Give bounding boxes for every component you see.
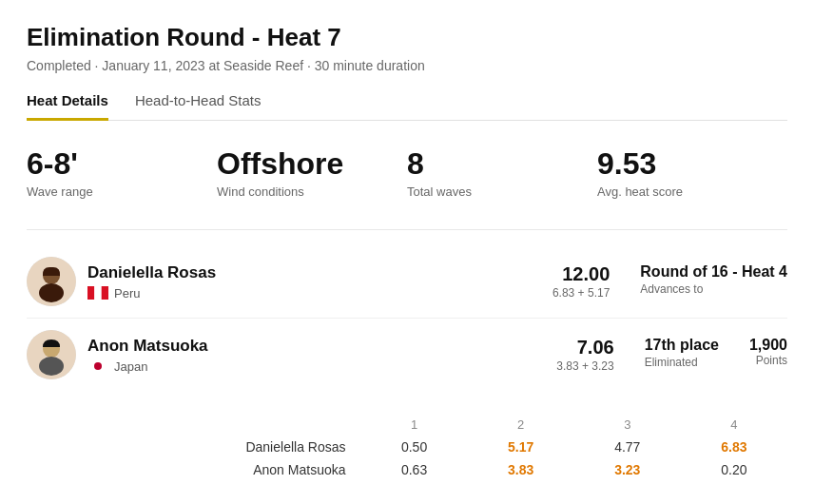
competitor-country-1: Japan bbox=[87, 359, 556, 374]
points-value-1: 1,900 bbox=[749, 337, 787, 354]
points-label-1: Points bbox=[749, 354, 787, 367]
result-block-0: Round of 16 - Heat 4 Advances to bbox=[640, 263, 787, 296]
stat-avg-label: Avg. heat score bbox=[597, 184, 787, 199]
wave-row-1-score-0: 0.63 bbox=[361, 458, 468, 481]
svg-rect-3 bbox=[87, 286, 94, 300]
result-sub-1: Eliminated bbox=[645, 356, 719, 369]
score-sub-1: 3.83 + 3.23 bbox=[556, 359, 613, 373]
result-label-0: Round of 16 - Heat 4 bbox=[640, 263, 787, 281]
stat-total-waves: 8 Total waves bbox=[407, 147, 597, 199]
stat-avg-value: 9.53 bbox=[597, 147, 787, 181]
avatar-0 bbox=[27, 257, 76, 306]
wave-row-0-score-2: 4.77 bbox=[574, 436, 681, 458]
wave-row-0: Danielella Rosas 0.50 5.17 4.77 6.83 bbox=[84, 436, 787, 458]
stat-wind-value: Offshore bbox=[217, 147, 407, 181]
svg-point-10 bbox=[94, 362, 102, 370]
wave-row-0-name: Danielella Rosas bbox=[84, 436, 361, 458]
stat-avg-heat-score: 9.53 Avg. heat score bbox=[597, 147, 787, 199]
section-divider bbox=[27, 229, 787, 230]
svg-point-8 bbox=[39, 357, 64, 376]
wave-row-1: Anon Matsuoka 0.63 3.83 3.23 0.20 bbox=[84, 458, 787, 481]
page-title: Elimination Round - Heat 7 bbox=[27, 23, 787, 52]
wave-row-0-score-3: 6.83 bbox=[681, 436, 787, 458]
tab-head-to-head[interactable]: Head-to-Head Stats bbox=[135, 92, 262, 121]
competitor-country-0: Peru bbox=[87, 286, 552, 300]
stat-wind-label: Wind conditions bbox=[217, 184, 407, 199]
wave-table-header: 1 2 3 4 bbox=[84, 414, 787, 436]
competitor-name-1: Anon Matsuoka bbox=[87, 337, 556, 356]
col-header-2: 2 bbox=[468, 414, 574, 436]
wave-row-0-score-1: 5.17 bbox=[468, 436, 574, 458]
wave-row-1-score-3: 0.20 bbox=[681, 458, 787, 481]
avatar-1 bbox=[27, 330, 76, 379]
score-block-0: 12.00 6.83 + 5.17 bbox=[552, 263, 610, 300]
flag-japan bbox=[87, 359, 108, 373]
competitor-row-1: Anon Matsuoka Japan 7.06 3.83 + 3.23 17t… bbox=[27, 319, 787, 391]
competitor-scores-right-1: 7.06 3.83 + 3.23 17th place Eliminated 1… bbox=[556, 337, 787, 373]
svg-rect-4 bbox=[94, 286, 101, 300]
flag-peru bbox=[87, 286, 108, 300]
score-block-1: 7.06 3.83 + 3.23 bbox=[556, 337, 613, 373]
col-header-1: 1 bbox=[361, 414, 468, 436]
svg-point-2 bbox=[39, 283, 64, 302]
tab-bar: Heat Details Head-to-Head Stats bbox=[27, 92, 787, 121]
stat-wave-range: 6-8' Wave range bbox=[27, 147, 217, 199]
competitor-info-0: Danielella Rosas Peru bbox=[87, 263, 552, 300]
stat-waves-label: Total waves bbox=[407, 184, 597, 199]
competitor-name-0: Danielella Rosas bbox=[87, 263, 552, 282]
score-sub-0: 6.83 + 5.17 bbox=[552, 286, 610, 300]
stats-row: 6-8' Wave range Offshore Wind conditions… bbox=[27, 147, 787, 199]
wave-row-1-name: Anon Matsuoka bbox=[84, 458, 361, 481]
competitor-row-0: Danielella Rosas Peru 12.00 6.83 + 5.17 … bbox=[27, 245, 787, 319]
score-main-0: 12.00 bbox=[552, 263, 610, 284]
result-sub-0: Advances to bbox=[640, 282, 787, 296]
page-subtitle: Completed · January 11, 2023 at Seaside … bbox=[27, 58, 787, 73]
result-label-1: 17th place bbox=[645, 337, 719, 354]
wave-row-1-score-2: 3.23 bbox=[574, 458, 681, 481]
competitor-info-1: Anon Matsuoka Japan bbox=[87, 337, 556, 374]
wave-scores-table: 1 2 3 4 Danielella Rosas 0.50 5.17 4.77 … bbox=[84, 414, 787, 481]
competitors-list: Danielella Rosas Peru 12.00 6.83 + 5.17 … bbox=[27, 245, 787, 391]
score-main-1: 7.06 bbox=[556, 337, 613, 358]
stat-waves-value: 8 bbox=[407, 147, 597, 181]
svg-rect-5 bbox=[102, 286, 108, 300]
col-header-3: 3 bbox=[574, 414, 681, 436]
stat-wind-conditions: Offshore Wind conditions bbox=[217, 147, 407, 199]
wave-row-1-score-1: 3.83 bbox=[468, 458, 574, 481]
wave-scores-section: 1 2 3 4 Danielella Rosas 0.50 5.17 4.77 … bbox=[27, 414, 787, 481]
stat-wave-range-value: 6-8' bbox=[27, 147, 217, 181]
points-block-1: 1,900 Points bbox=[749, 337, 787, 367]
competitor-scores-right-0: 12.00 6.83 + 5.17 Round of 16 - Heat 4 A… bbox=[552, 263, 787, 300]
result-block-1: 17th place Eliminated bbox=[645, 337, 719, 369]
stat-wave-range-label: Wave range bbox=[27, 184, 217, 199]
col-header-4: 4 bbox=[681, 414, 787, 436]
wave-row-0-score-0: 0.50 bbox=[361, 436, 468, 458]
tab-heat-details[interactable]: Heat Details bbox=[27, 92, 108, 121]
